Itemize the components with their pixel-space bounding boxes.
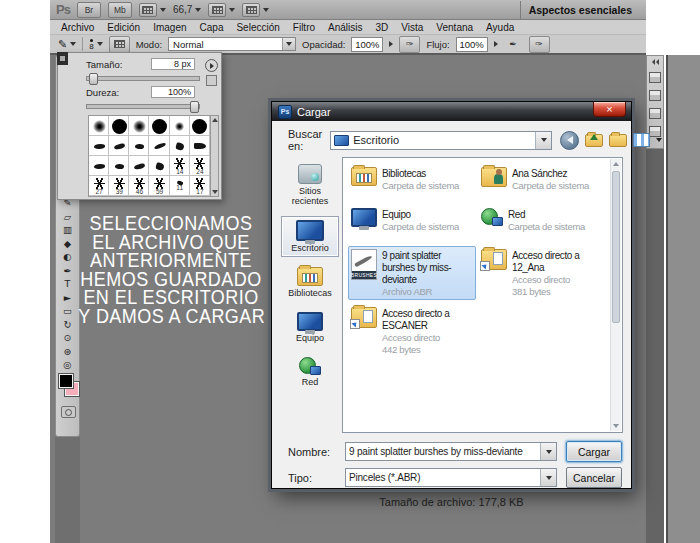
- sidebar-item-red[interactable]: Red: [281, 353, 339, 391]
- menu-vista[interactable]: Vista: [401, 22, 423, 33]
- file-item-red[interactable]: RedCarpeta de sistema: [478, 205, 606, 242]
- panel-icon-2[interactable]: [649, 90, 661, 101]
- file-name-select[interactable]: 9 paint splatter burshes by miss-deviant…: [345, 442, 557, 461]
- screen-mode-dropdown[interactable]: [242, 3, 269, 17]
- mini-bridge-button[interactable]: Mb: [108, 2, 132, 18]
- brush-preset[interactable]: 46: [129, 176, 149, 196]
- opacity-input[interactable]: 100%: [351, 37, 383, 52]
- tool-eraser[interactable]: ▱: [56, 210, 79, 224]
- bridge-button[interactable]: Br: [77, 2, 101, 18]
- sidebar-item-bibliotecas[interactable]: Bibliotecas: [281, 263, 339, 302]
- menu-archivo[interactable]: Archivo: [61, 22, 94, 33]
- menu-capa[interactable]: Capa: [200, 22, 224, 33]
- tool-pen[interactable]: ✒: [56, 264, 79, 278]
- airbrush-toggle-button[interactable]: ✒: [504, 37, 523, 52]
- panel-flyout-icon[interactable]: [205, 59, 218, 72]
- tool-blur[interactable]: ◆: [56, 237, 79, 251]
- size-value[interactable]: 8 px: [151, 58, 195, 70]
- dropdown-button[interactable]: [535, 132, 551, 149]
- tool-type[interactable]: T: [56, 277, 79, 291]
- size-slider[interactable]: [86, 76, 200, 81]
- toggle-brushes-panel-button[interactable]: [109, 36, 130, 53]
- brush-preset[interactable]: [190, 116, 210, 136]
- menu-imagen[interactable]: Imagen: [153, 22, 186, 33]
- sidebar-item-equipo[interactable]: Equipo: [281, 308, 339, 347]
- tool-shape[interactable]: ▭: [56, 304, 79, 318]
- file-item-ana-sanchez[interactable]: Ana SánchezCarpeta de sistema: [478, 164, 606, 201]
- brush-preset[interactable]: [170, 136, 190, 156]
- slider-thumb[interactable]: [190, 101, 199, 113]
- brush-preset[interactable]: [109, 116, 129, 136]
- expand-panels-icon[interactable]: [652, 59, 659, 65]
- brush-tip-picker[interactable]: 8: [89, 39, 102, 49]
- tool-rotate-3d[interactable]: ↻: [56, 318, 79, 332]
- workspace-switcher[interactable]: Aspectos esenciales: [520, 1, 640, 19]
- brush-preset[interactable]: [149, 136, 169, 156]
- brush-preset[interactable]: 27: [89, 176, 109, 196]
- file-item-acceso-escaner[interactable]: Acceso directo a ESCANERAcceso directo44…: [348, 304, 476, 358]
- dialog-titlebar[interactable]: Ps Cargar ×: [272, 102, 631, 121]
- brush-preset[interactable]: [190, 136, 210, 156]
- up-one-level-icon[interactable]: [585, 134, 603, 147]
- menu-ventana[interactable]: Ventana: [436, 22, 473, 33]
- views-icon[interactable]: [633, 133, 650, 147]
- flow-input[interactable]: 100%: [456, 37, 488, 52]
- airbrush-opacity-button[interactable]: ✑: [399, 36, 420, 53]
- back-icon[interactable]: [560, 131, 579, 150]
- tool-orbit-3d[interactable]: ⊙: [56, 331, 79, 345]
- dropdown-button[interactable]: [540, 443, 556, 460]
- brush-preset[interactable]: [149, 156, 169, 176]
- quick-mask-button[interactable]: [61, 406, 76, 418]
- brush-preset[interactable]: [109, 156, 129, 176]
- file-item-abr-selected[interactable]: BRUSHES 9 paint splatter burshes by miss…: [348, 246, 476, 300]
- file-list-scrollbar[interactable]: [610, 159, 621, 431]
- brush-preset[interactable]: 11: [170, 176, 190, 196]
- menu-ayuda[interactable]: Ayuda: [486, 22, 514, 33]
- view-extras-dropdown[interactable]: [208, 3, 235, 17]
- tool-zoom[interactable]: ◎: [56, 358, 79, 372]
- brush-grid-scrollbar[interactable]: [210, 115, 219, 197]
- menu-edicion[interactable]: Edición: [107, 22, 140, 33]
- brush-preset[interactable]: [129, 116, 149, 136]
- flow-spinner-icon[interactable]: [494, 41, 498, 47]
- file-type-select[interactable]: Pinceles (*.ABR): [345, 468, 557, 487]
- brush-preset[interactable]: [129, 156, 149, 176]
- hardness-slider[interactable]: [86, 104, 200, 109]
- sidebar-item-recientes[interactable]: Sitios recientes: [281, 160, 339, 210]
- file-item-acceso-12ana[interactable]: Acceso directo a 12_AnaAcceso directo381…: [478, 246, 606, 300]
- load-button[interactable]: Cargar: [566, 441, 622, 462]
- tool-path-selection[interactable]: ►: [56, 291, 79, 305]
- hardness-value[interactable]: 100%: [151, 86, 195, 98]
- file-item-bibliotecas[interactable]: BibliotecasCarpeta de sistema: [348, 164, 476, 201]
- sidebar-item-escritorio[interactable]: Escritorio: [281, 216, 339, 257]
- brush-preset[interactable]: [89, 136, 109, 156]
- brush-preset[interactable]: 24: [190, 156, 210, 176]
- tool-hand[interactable]: ⊛: [56, 345, 79, 359]
- look-in-select[interactable]: Escritorio: [330, 131, 552, 150]
- slider-thumb[interactable]: [89, 73, 98, 85]
- file-item-equipo[interactable]: EquipoCarpeta de sistema: [348, 205, 476, 242]
- foreground-color-swatch[interactable]: [59, 374, 73, 388]
- brush-preset[interactable]: [149, 116, 169, 136]
- tool-gradient[interactable]: ▥: [56, 223, 79, 237]
- blend-mode-select[interactable]: Normal: [168, 37, 296, 51]
- panel-tab-icon[interactable]: [57, 52, 68, 65]
- menu-filtro[interactable]: Filtro: [293, 22, 315, 33]
- menu-3d[interactable]: 3D: [376, 22, 389, 33]
- brush-preset[interactable]: [170, 116, 190, 136]
- opacity-spinner-icon[interactable]: [389, 41, 393, 47]
- tool-dodge[interactable]: ◐: [56, 250, 79, 264]
- brush-preset[interactable]: [89, 116, 109, 136]
- dropdown-button[interactable]: [282, 38, 295, 50]
- brush-preset[interactable]: 14: [170, 156, 190, 176]
- menu-seleccion[interactable]: Selección: [236, 22, 279, 33]
- chevron-down-icon[interactable]: [656, 138, 662, 142]
- brush-tool-preset[interactable]: ✎: [58, 38, 76, 51]
- menu-analisis[interactable]: Análisis: [328, 22, 362, 33]
- arrange-documents-dropdown[interactable]: [139, 3, 166, 17]
- tablet-pressure-button[interactable]: ✑: [529, 36, 550, 53]
- panel-icon-1[interactable]: [649, 72, 661, 83]
- brush-preset[interactable]: [89, 156, 109, 176]
- zoom-level-dropdown[interactable]: 66,7: [173, 4, 201, 15]
- cancel-button[interactable]: Cancelar: [566, 467, 622, 488]
